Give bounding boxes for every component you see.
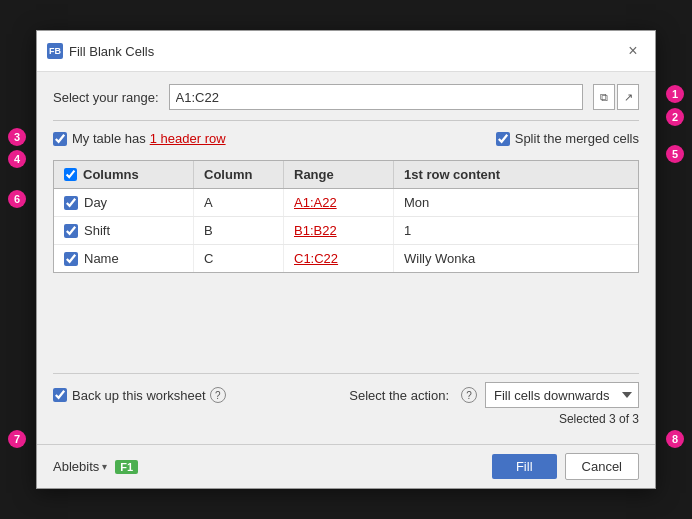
spacer [53, 283, 639, 363]
col-header-range: Range [284, 161, 394, 188]
ablebits-brand[interactable]: Ablebits ▾ [53, 459, 107, 474]
annotation-8: 8 [666, 430, 684, 448]
backup-help-icon[interactable]: ? [210, 387, 226, 403]
row-shift-range-cell[interactable]: B1:B22 [284, 217, 394, 244]
f1-badge[interactable]: F1 [115, 460, 138, 474]
table-header: Columns Column Range 1st row content [54, 161, 638, 189]
header-check-text: My table has [72, 131, 146, 146]
footer-left: Ablebits ▾ F1 [53, 459, 138, 474]
fill-button[interactable]: Fill [492, 454, 557, 479]
options-right: Split the merged cells [496, 131, 639, 146]
close-button[interactable]: × [621, 39, 645, 63]
copy-range-button[interactable]: ⧉ [593, 84, 615, 110]
col-header-columns: Columns [54, 161, 194, 188]
row-day-column-cell: A [194, 189, 284, 216]
dialog-title: Fill Blank Cells [69, 44, 154, 59]
backup-group: Back up this worksheet ? [53, 387, 226, 403]
bottom-section: Back up this worksheet ? Select the acti… [53, 373, 639, 426]
action-group: Select the action: ? Fill cells downward… [349, 382, 639, 408]
cancel-button[interactable]: Cancel [565, 453, 639, 480]
options-left: My table has 1 header row [53, 131, 226, 146]
row-name-content-cell: Willy Wonka [394, 245, 638, 272]
col-header-content: 1st row content [394, 161, 638, 188]
row-shift-checkbox[interactable] [64, 224, 78, 238]
fill-blank-cells-dialog: FB Fill Blank Cells × Select your range:… [36, 30, 656, 489]
header-row-link[interactable]: 1 header row [150, 131, 226, 146]
header-row-checkbox-label[interactable]: My table has [53, 131, 146, 146]
ablebits-text: Ablebits [53, 459, 99, 474]
action-label: Select the action: [349, 388, 449, 403]
row-shift-column-cell: B [194, 217, 284, 244]
split-merged-checkbox-label[interactable]: Split the merged cells [496, 131, 639, 146]
columns-table: Columns Column Range 1st row content Day… [53, 160, 639, 273]
row-name-checkbox[interactable] [64, 252, 78, 266]
annotation-4: 4 [8, 150, 26, 168]
backup-text: Back up this worksheet [72, 388, 206, 403]
app-icon: FB [47, 43, 63, 59]
backup-checkbox-label[interactable]: Back up this worksheet [53, 388, 206, 403]
row-name-range-cell[interactable]: C1:C22 [284, 245, 394, 272]
options-row: My table has 1 header row Split the merg… [53, 127, 639, 150]
annotation-6: 6 [8, 190, 26, 208]
dialog-content: Select your range: ⧉ ↗ My table has 1 he… [37, 72, 655, 444]
range-row: Select your range: ⧉ ↗ [53, 84, 639, 110]
row-shift-name-cell: Shift [54, 217, 194, 244]
select-range-button[interactable]: ↗ [617, 84, 639, 110]
col-header-column: Column [194, 161, 284, 188]
range-buttons: ⧉ ↗ [593, 84, 639, 110]
action-select[interactable]: Fill cells downwardsFill cells upwardsFi… [485, 382, 639, 408]
annotation-3: 3 [8, 128, 26, 146]
row-shift-content-cell: 1 [394, 217, 638, 244]
row-day-content-cell: Mon [394, 189, 638, 216]
select-all-checkbox[interactable] [64, 168, 77, 181]
selected-count: Selected 3 of 3 [53, 412, 639, 426]
footer-right: Fill Cancel [492, 453, 639, 480]
row-day-checkbox[interactable] [64, 196, 78, 210]
table-row: Day A A1:A22 Mon [54, 189, 638, 217]
row-day-range-cell[interactable]: A1:A22 [284, 189, 394, 216]
dialog-footer: Ablebits ▾ F1 Fill Cancel [37, 444, 655, 488]
split-merged-checkbox[interactable] [496, 132, 510, 146]
brand-dropdown-arrow: ▾ [102, 461, 107, 472]
row-day-name-cell: Day [54, 189, 194, 216]
backup-checkbox[interactable] [53, 388, 67, 402]
annotation-5: 5 [666, 145, 684, 163]
table-row: Shift B B1:B22 1 [54, 217, 638, 245]
range-input[interactable] [169, 84, 583, 110]
titlebar-left: FB Fill Blank Cells [47, 43, 154, 59]
annotation-1: 1 [666, 85, 684, 103]
divider-1 [53, 120, 639, 121]
annotation-2: 2 [666, 108, 684, 126]
row-name-column-cell: C [194, 245, 284, 272]
row-name-name-cell: Name [54, 245, 194, 272]
range-label: Select your range: [53, 90, 159, 105]
table-row: Name C C1:C22 Willy Wonka [54, 245, 638, 272]
header-row-checkbox[interactable] [53, 132, 67, 146]
action-help-icon[interactable]: ? [461, 387, 477, 403]
annotation-7: 7 [8, 430, 26, 448]
split-merged-text: Split the merged cells [515, 131, 639, 146]
bottom-options-row: Back up this worksheet ? Select the acti… [53, 382, 639, 408]
titlebar: FB Fill Blank Cells × [37, 31, 655, 72]
